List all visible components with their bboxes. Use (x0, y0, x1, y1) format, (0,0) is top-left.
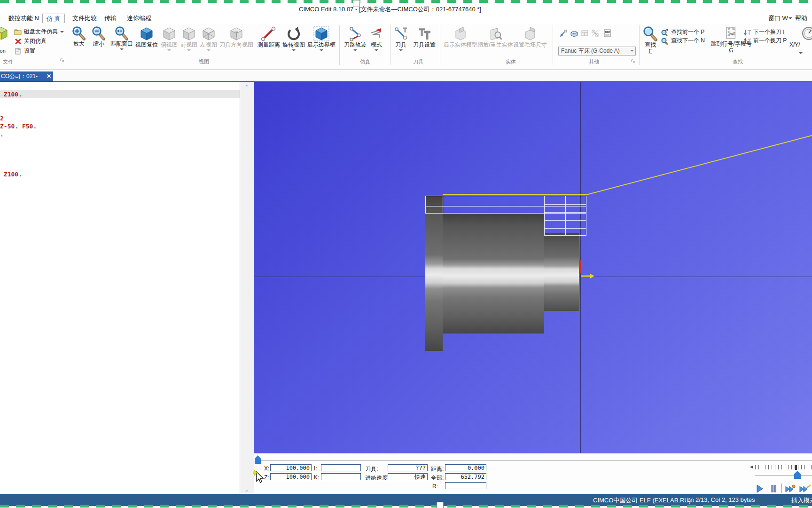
progress-track[interactable] (261, 460, 812, 461)
play-button[interactable] (756, 484, 764, 493)
k-field[interactable] (321, 473, 361, 480)
code-editor[interactable]: Z100. 2 Z-50. F50. . Z100. (0, 81, 240, 494)
simulation-viewport[interactable] (254, 81, 812, 453)
capture-marquee-bottom (0, 505, 812, 508)
r-field[interactable] (445, 482, 486, 489)
tool-direction-view-label: 刀具方向视图 (219, 42, 253, 48)
xy-gauge-button[interactable] (801, 26, 812, 43)
code-lines: 2 Z-50. F50. . Z100. (0, 98, 37, 178)
document-tab[interactable]: CO公司：021-67747... ✕ (0, 71, 53, 81)
scrollbar-down-icon[interactable]: ⌄ (243, 487, 250, 492)
i-label: I: (314, 465, 317, 472)
speed-slider-track[interactable] (755, 475, 812, 476)
close-sim-button[interactable]: 关闭仿真 (14, 37, 47, 45)
tool-button[interactable]: 刀具 (394, 26, 408, 51)
mode-button[interactable]: 模式 (369, 26, 384, 51)
close-sim-label: 关闭仿真 (24, 37, 47, 45)
zoom-in-button[interactable]: 放大 (72, 26, 86, 47)
distance-field[interactable]: 0.000 (445, 464, 486, 471)
group-separator (553, 25, 553, 65)
capture-handle-top[interactable] (353, 0, 360, 7)
fast-forward-to-tool-button[interactable] (799, 484, 811, 494)
code-line-1: Z100. (0, 90, 22, 98)
title-bar: CIMCO Edit 8.10.07 - [文件未命名—CIMCO公司：021-… (0, 2, 812, 13)
speed-ruler[interactable] (755, 465, 812, 469)
menu-tab-miniprog[interactable]: 迷你编程 (123, 14, 155, 23)
feedrate-field[interactable]: 快速 (388, 473, 428, 480)
i-field[interactable] (321, 464, 361, 471)
xy-clipped-label[interactable]: X/Y/ (789, 41, 800, 48)
settings-button[interactable]: 设置 (14, 47, 35, 55)
distance-label: 距离: (431, 465, 444, 473)
toolpath-icon (348, 26, 362, 41)
speed-slider-handle[interactable] (794, 471, 801, 479)
tool-setup-button[interactable]: 刀具设置 (413, 26, 436, 48)
menu-tab-compare[interactable]: 文件比较 (69, 14, 101, 23)
disk-file-sim-button[interactable]: 磁盘文件仿真 (14, 28, 64, 36)
menu-tab-transfer[interactable]: 传输 (101, 14, 120, 23)
menu-window[interactable]: 窗口 W (765, 14, 792, 23)
x-field[interactable]: 100.000 (270, 464, 312, 471)
menu-help[interactable]: 帮助 (791, 14, 811, 23)
menu-bar: 数控功能 N 仿 真 文件比较 传输 迷你编程 窗口 W 帮助 (0, 13, 812, 24)
capture-handle-bottom[interactable] (437, 502, 444, 508)
export-points-button[interactable] (559, 29, 568, 40)
show-solid-label: 显示实体模型 (444, 42, 477, 48)
measure-distance-button[interactable]: 测量距离 (258, 26, 280, 48)
clipped-solid-simulation-button[interactable]: id ation (0, 26, 8, 54)
left-view-arrow-icon (207, 49, 211, 51)
step-forward-button[interactable] (785, 484, 796, 494)
zoom-out-button[interactable]: 缩小 (92, 26, 106, 47)
r-label: R: (432, 483, 438, 490)
next-toolchange-button[interactable]: 下一个换刀 I (744, 28, 785, 36)
dxf-button[interactable]: DXF (602, 28, 613, 40)
reset-view-button[interactable]: 视图复位 (135, 26, 158, 48)
find-button[interactable]: 查找 F (643, 26, 658, 55)
menu-tab-nc[interactable]: 数控功能 N (5, 14, 43, 23)
machine-type-select[interactable]: Fanuc 车床 (G-Code A) (558, 47, 636, 56)
toolpath-button[interactable]: 刀路轨迹 (344, 26, 367, 51)
z-field[interactable]: 100.000 (270, 473, 312, 480)
machine-select-arrow-icon (630, 50, 634, 52)
scrollbar-up-icon[interactable]: ⌃ (243, 85, 250, 89)
show-bbox-button[interactable]: 显示边界框 (307, 26, 336, 51)
other-group-launcher-icon[interactable] (631, 59, 635, 64)
left-view-button: 左视图 (200, 26, 217, 51)
speed-ruler-marker (795, 465, 797, 470)
reset-view-label: 视图复位 (135, 42, 158, 48)
mode-icon (369, 26, 384, 41)
editor-vertical-scrollbar[interactable]: ⌃ ⌄ (240, 81, 254, 494)
toolpath-label: 刀路轨迹 (344, 42, 367, 48)
find-key-label: F (648, 48, 652, 55)
file-group-launcher-icon[interactable] (60, 58, 64, 63)
file-group-label: 文件 (3, 58, 13, 65)
tool-icon (394, 26, 408, 41)
window-layout-button-disabled (581, 29, 589, 40)
speed-ruler-left-icon[interactable]: ◀ (750, 465, 753, 469)
total-field[interactable]: 652.792 (445, 473, 486, 480)
mode-label: 模式 (371, 42, 382, 48)
fit-window-button[interactable]: 匹配窗口 (110, 26, 133, 50)
group-separator (339, 25, 340, 65)
top-view-button: 俯视图 (161, 26, 178, 51)
menu-tab-simulation[interactable]: 仿 真 (42, 14, 65, 23)
rotate-view-button[interactable]: 旋转视图 (282, 26, 305, 51)
toolpath-arrow-icon (353, 49, 357, 51)
machine-view-button[interactable] (570, 29, 579, 40)
progress-slider-handle[interactable] (255, 455, 261, 464)
tool-field[interactable]: ??? (388, 464, 428, 471)
document-tab-close-icon[interactable]: ✕ (47, 71, 51, 81)
prev-toolchange-button[interactable]: 前一个换刀 P (744, 37, 787, 45)
pause-button[interactable] (771, 484, 777, 493)
tool-direction-view-icon (229, 26, 244, 41)
find-next-icon (661, 37, 669, 45)
tool-setup-icon (416, 26, 432, 41)
other-group-label: 其他 (589, 58, 599, 65)
clipped-label-2: ation (0, 48, 8, 54)
status-cursor-info: Ln 2/13, Col 2, 123 bytes (687, 496, 755, 503)
group-separator (440, 25, 440, 65)
show-solid-icon (453, 26, 468, 41)
find-next-button[interactable]: 查找下一个 N (661, 37, 705, 45)
find-previous-button[interactable]: 查找前一个 P (661, 28, 704, 36)
left-view-label: 左视图 (200, 42, 217, 48)
